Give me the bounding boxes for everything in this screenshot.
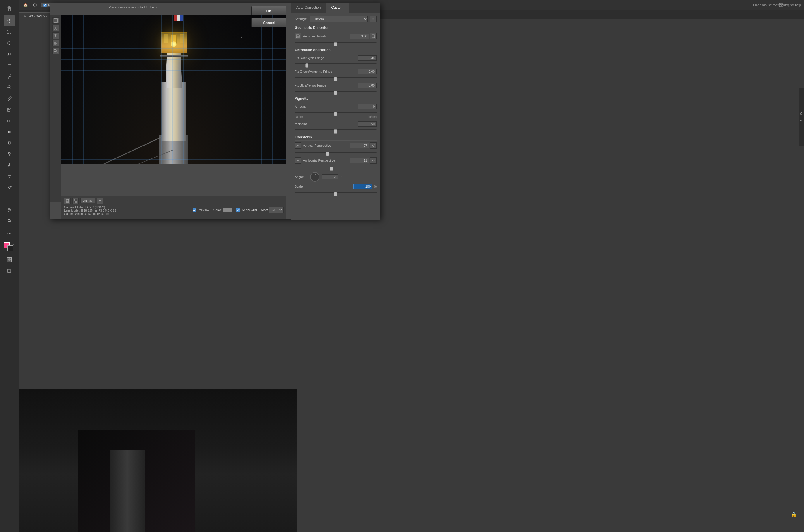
- vignette-amount-thumb[interactable]: [334, 112, 337, 116]
- horizontal-perspective-icon[interactable]: [295, 157, 301, 164]
- remove-distortion-input[interactable]: [350, 34, 369, 39]
- svg-rect-8: [7, 131, 11, 133]
- show-grid-checkbox-group: Show Grid: [236, 208, 257, 212]
- fix-green-magenta-input[interactable]: [358, 69, 377, 74]
- ok-button[interactable]: OK: [251, 6, 287, 16]
- svg-rect-31: [780, 3, 783, 7]
- eraser-tool[interactable]: [3, 115, 15, 126]
- screen-mode[interactable]: [3, 265, 15, 276]
- color-swatch[interactable]: [223, 208, 232, 212]
- camera-settings: Camera Settings: 18mm, f/3.5, --m: [64, 212, 116, 215]
- remove-distortion-thumb[interactable]: [334, 42, 337, 46]
- midpoint-thumb[interactable]: [334, 130, 337, 134]
- more-tools[interactable]: [3, 228, 15, 239]
- dialog-tool-hand[interactable]: [52, 40, 59, 46]
- home-button[interactable]: 🏠: [22, 1, 29, 8]
- vertical-perspective-input[interactable]: [350, 143, 369, 148]
- angle-dial[interactable]: [310, 172, 319, 182]
- fix-blue-yellow-thumb[interactable]: [334, 91, 337, 95]
- vignette-title: Vignette: [295, 96, 377, 102]
- scale-input[interactable]: [353, 184, 372, 189]
- marquee-tool[interactable]: [3, 26, 15, 37]
- settings-dropdown[interactable]: Custom: [310, 16, 368, 22]
- auto-select-check[interactable]: [43, 3, 47, 7]
- remove-distortion-icon[interactable]: [295, 33, 301, 39]
- dodge-tool[interactable]: [3, 149, 15, 159]
- size-control: Size: 32 64 128 256: [261, 207, 284, 213]
- dialog-tool-1[interactable]: [52, 17, 59, 24]
- geometric-distortion-title: Geometric Distortion: [295, 26, 377, 31]
- document-tab[interactable]: ✕ DSC06849.A: [19, 12, 51, 19]
- fix-blue-yellow-track: [295, 91, 377, 92]
- fix-blue-yellow-input[interactable]: [358, 83, 377, 88]
- gradient-tool[interactable]: [3, 127, 15, 137]
- svg-rect-0: [7, 30, 11, 34]
- swap-colors[interactable]: ⇌: [13, 242, 15, 245]
- hand-tool[interactable]: [3, 204, 15, 215]
- midpoint-input[interactable]: [358, 121, 377, 127]
- background-color[interactable]: [7, 245, 14, 251]
- text-tool[interactable]: [3, 171, 15, 182]
- auto-correction-tab[interactable]: Auto Correction: [291, 3, 326, 13]
- settings-menu-icon[interactable]: ≡: [370, 16, 377, 22]
- angle-input[interactable]: [322, 174, 338, 179]
- fix-green-magenta-control: Fix Green/Magenta Fringe: [295, 69, 377, 80]
- remove-distortion-right-icon[interactable]: [370, 33, 377, 39]
- size-select[interactable]: 32 64 128 256: [269, 207, 284, 213]
- svg-rect-42: [74, 201, 75, 203]
- vertical-perspective-icon[interactable]: [295, 142, 301, 149]
- fix-red-cyan-input[interactable]: [358, 55, 377, 60]
- horizontal-perspective-thumb[interactable]: [330, 167, 333, 171]
- quick-mask[interactable]: [3, 254, 15, 265]
- custom-tab[interactable]: Custom: [326, 3, 348, 13]
- svg-point-11: [8, 152, 10, 154]
- eyedropper-tool[interactable]: [3, 71, 15, 81]
- preview-checkbox[interactable]: [193, 208, 196, 212]
- horizontal-perspective-input[interactable]: [350, 158, 369, 163]
- clone-tool[interactable]: [3, 104, 15, 115]
- fix-green-magenta-thumb[interactable]: [334, 77, 337, 81]
- blur-tool[interactable]: [3, 138, 15, 148]
- vertical-perspective-right-icon[interactable]: [370, 142, 377, 149]
- dialog-tool-zoom[interactable]: [52, 48, 59, 54]
- expand-panel-button[interactable]: ⟩⟩: [786, 1, 793, 8]
- zoom-tool[interactable]: [3, 215, 15, 226]
- lock-icon: 🔒: [791, 512, 797, 517]
- tab-close[interactable]: ✕: [24, 14, 26, 18]
- brush-tool[interactable]: [3, 93, 15, 104]
- lasso-tool[interactable]: [3, 38, 15, 48]
- right-edge-button-1[interactable]: ⟩⟩: [800, 112, 803, 115]
- panel-menu-button[interactable]: ≡: [794, 1, 801, 8]
- horizontal-perspective-right-icon[interactable]: [370, 157, 377, 164]
- svg-line-36: [56, 52, 57, 53]
- crop-tool[interactable]: [3, 60, 15, 71]
- workspace-button[interactable]: [778, 1, 785, 8]
- svg-point-10: [8, 142, 10, 144]
- checkerboard-icon[interactable]: [72, 197, 79, 204]
- zoom-dropdown-button[interactable]: ▼: [97, 197, 103, 204]
- move-tool[interactable]: [3, 16, 15, 26]
- fix-blue-yellow-label: Fix Blue/Yellow Fringe: [295, 83, 326, 87]
- vertical-perspective-thumb[interactable]: [326, 152, 329, 156]
- scale-thumb[interactable]: [334, 192, 337, 196]
- vignette-amount-label: Amount: [295, 104, 306, 108]
- fix-red-cyan-thumb[interactable]: [306, 63, 308, 68]
- color-control: Color:: [213, 208, 232, 212]
- dialog-tool-3[interactable]: [52, 33, 59, 39]
- shape-tool[interactable]: [3, 193, 15, 204]
- vignette-amount-control: Amount darken lighten: [295, 104, 377, 118]
- arrange-button[interactable]: [31, 1, 38, 8]
- dialog-tool-2[interactable]: [52, 25, 59, 31]
- magic-wand-tool[interactable]: [3, 49, 15, 59]
- pen-tool[interactable]: [3, 160, 15, 170]
- show-grid-checkbox[interactable]: [236, 208, 240, 212]
- svg-point-16: [7, 233, 8, 234]
- camera-info: Camera Model: ILCE-7 (SONY) Lens Model: …: [64, 206, 116, 215]
- vignette-amount-input[interactable]: [358, 104, 377, 109]
- frame-icon[interactable]: [64, 197, 71, 204]
- home-tool[interactable]: [3, 3, 15, 14]
- path-select-tool[interactable]: [3, 182, 15, 193]
- healing-tool[interactable]: [3, 82, 15, 93]
- right-edge-button-2[interactable]: ≡: [800, 119, 803, 122]
- cancel-button[interactable]: Cancel: [251, 18, 287, 27]
